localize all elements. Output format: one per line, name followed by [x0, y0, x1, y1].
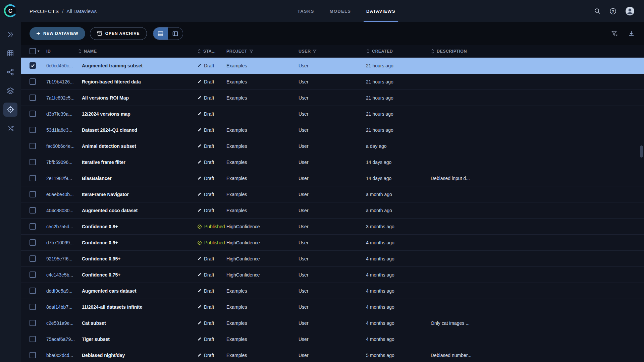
- row-checkbox[interactable]: [30, 143, 36, 149]
- table-view-button[interactable]: [153, 27, 168, 40]
- table-row[interactable]: 7b19b4126... Region-based filtered data …: [21, 74, 644, 90]
- row-checkbox[interactable]: [30, 255, 36, 262]
- column-header-status[interactable]: STA...: [195, 49, 226, 54]
- nav-workflows[interactable]: [3, 121, 17, 135]
- row-name-link[interactable]: Augmented training subset: [78, 63, 195, 68]
- breadcrumb-projects[interactable]: PROJECTS: [30, 8, 59, 14]
- table-row[interactable]: 7a1fc892c5... All versions ROI Map Draft…: [21, 90, 644, 106]
- column-header-created[interactable]: CREATED: [366, 49, 431, 54]
- select-all-checkbox[interactable]: [30, 48, 36, 54]
- row-id-link[interactable]: 53d1fa6e3...: [46, 127, 78, 133]
- table-row[interactable]: 8daf14bb7... 11/2024-all datasets infini…: [21, 299, 644, 315]
- row-name-link[interactable]: Debiased night/day: [78, 353, 195, 358]
- clearml-logo[interactable]: C: [3, 3, 18, 18]
- row-id-link[interactable]: 8daf14bb7...: [46, 304, 78, 310]
- table-row[interactable]: c2e581a9e... Cat subset Draft Examples U…: [21, 315, 644, 331]
- row-name-link[interactable]: Confidence 0.8+: [78, 224, 195, 229]
- row-name-link[interactable]: Dataset 2024-Q1 cleaned: [78, 127, 195, 133]
- table-row[interactable]: 2e11982f9... BiasBalancer Draft Examples…: [21, 170, 644, 186]
- scrollbar-thumb[interactable]: [640, 145, 643, 158]
- table-row[interactable]: 53d1fa6e3... Dataset 2024-Q1 cleaned Dra…: [21, 122, 644, 138]
- nav-datasets[interactable]: [3, 46, 17, 60]
- row-checkbox[interactable]: [30, 239, 36, 246]
- row-checkbox[interactable]: [30, 288, 36, 294]
- card-view-button[interactable]: [168, 27, 183, 40]
- nav-pipelines[interactable]: [3, 65, 17, 79]
- sort-icon[interactable]: [197, 49, 201, 54]
- search-button[interactable]: [594, 8, 601, 14]
- sort-icon[interactable]: [366, 49, 370, 54]
- table-row[interactable]: bba0c2dcd... Debiased night/day Draft Ex…: [21, 347, 644, 362]
- nav-projects[interactable]: [3, 27, 17, 42]
- row-name-link[interactable]: Confidence 0.9+: [78, 240, 195, 245]
- row-id-link[interactable]: 7b19b4126...: [46, 79, 78, 84]
- row-checkbox[interactable]: [30, 272, 36, 278]
- row-name-link[interactable]: Tiger subset: [78, 337, 195, 342]
- row-id-link[interactable]: 404c88030...: [46, 208, 78, 213]
- row-name-link[interactable]: 11/2024-all datasets infinite: [78, 304, 195, 310]
- open-archive-button[interactable]: OPEN ARCHIVE: [90, 27, 147, 40]
- row-checkbox[interactable]: [30, 159, 36, 165]
- table-row[interactable]: 7bfb59096... Iterative frame filter Draf…: [21, 154, 644, 170]
- row-checkbox[interactable]: [30, 207, 36, 214]
- row-id-link[interactable]: 92195e7f6...: [46, 256, 78, 261]
- filter-icon[interactable]: [249, 49, 253, 53]
- row-name-link[interactable]: Augmented coco dataset: [78, 208, 195, 213]
- row-checkbox[interactable]: [30, 62, 36, 69]
- row-name-link[interactable]: All versions ROI Map: [78, 95, 195, 101]
- row-name-link[interactable]: Confidence 0.75+: [78, 272, 195, 278]
- sort-icon[interactable]: [431, 49, 435, 54]
- row-checkbox[interactable]: [30, 127, 36, 133]
- tab-dataviews[interactable]: DATAVIEWS: [366, 0, 395, 22]
- row-checkbox[interactable]: [30, 336, 36, 342]
- row-id-link[interactable]: 2e11982f9...: [46, 176, 78, 181]
- row-checkbox[interactable]: [30, 95, 36, 101]
- row-id-link[interactable]: c5c2b755d...: [46, 224, 78, 229]
- filter-icon[interactable]: [313, 49, 317, 53]
- row-id-link[interactable]: e0aebe40b...: [46, 192, 78, 197]
- nav-dataviews[interactable]: [3, 103, 17, 117]
- help-button[interactable]: ?: [609, 8, 616, 15]
- row-id-link[interactable]: bba0c2dcd...: [46, 353, 78, 358]
- column-header-project[interactable]: PROJECT: [226, 49, 299, 54]
- row-name-link[interactable]: Augmented cars dataset: [78, 288, 195, 294]
- table-row[interactable]: 404c88030... Augmented coco dataset Draf…: [21, 202, 644, 219]
- row-name-link[interactable]: Confidence 0.95+: [78, 256, 195, 261]
- table-row[interactable]: fac60b6c4e... Animal detection subset Dr…: [21, 138, 644, 154]
- row-name-link[interactable]: IteraFrame Navigator: [78, 192, 195, 197]
- row-id-link[interactable]: 0c0cd450c...: [46, 63, 78, 68]
- row-name-link[interactable]: Region-based filtered data: [78, 79, 195, 84]
- row-checkbox[interactable]: [30, 320, 36, 326]
- row-checkbox[interactable]: [30, 175, 36, 181]
- table-row[interactable]: e0aebe40b... IteraFrame Navigator Draft …: [21, 186, 644, 202]
- row-id-link[interactable]: d7b710099...: [46, 240, 78, 245]
- table-row[interactable]: d7b710099... Confidence 0.9+ Published H…: [21, 235, 644, 251]
- table-row[interactable]: c5c2b755d... Confidence 0.8+ Published H…: [21, 219, 644, 235]
- row-checkbox[interactable]: [30, 191, 36, 197]
- row-id-link[interactable]: fac60b6c4e...: [46, 143, 78, 149]
- row-id-link[interactable]: c4c143e5b...: [46, 272, 78, 278]
- row-name-link[interactable]: 12/2024 versions map: [78, 111, 195, 117]
- row-checkbox[interactable]: [30, 304, 36, 310]
- row-name-link[interactable]: Animal detection subset: [78, 143, 195, 149]
- profile-button[interactable]: [625, 6, 635, 16]
- row-name-link[interactable]: BiasBalancer: [78, 176, 195, 181]
- row-checkbox[interactable]: [30, 352, 36, 358]
- row-checkbox[interactable]: [30, 111, 36, 117]
- new-dataview-button[interactable]: NEW DATAVIEW: [30, 27, 85, 40]
- row-id-link[interactable]: 75acaf6a79...: [46, 337, 78, 342]
- row-name-link[interactable]: Cat subset: [78, 320, 195, 326]
- column-header-user[interactable]: USER: [299, 49, 366, 54]
- table-row[interactable]: 75acaf6a79... Tiger subset Draft Example…: [21, 331, 644, 347]
- row-id-link[interactable]: 7a1fc892c5...: [46, 95, 78, 101]
- row-checkbox[interactable]: [30, 223, 36, 230]
- download-button[interactable]: [628, 30, 635, 37]
- row-id-link[interactable]: c2e581a9e...: [46, 320, 78, 326]
- tab-models[interactable]: MODELS: [330, 0, 351, 22]
- row-name-link[interactable]: Iterative frame filter: [78, 160, 195, 165]
- select-dropdown-caret[interactable]: ▾: [38, 49, 40, 53]
- column-header-id[interactable]: ID: [46, 49, 78, 54]
- column-header-name[interactable]: NAME: [78, 49, 195, 54]
- column-header-description[interactable]: DESCRIPTION: [431, 49, 644, 54]
- tab-tasks[interactable]: TASKS: [298, 0, 314, 22]
